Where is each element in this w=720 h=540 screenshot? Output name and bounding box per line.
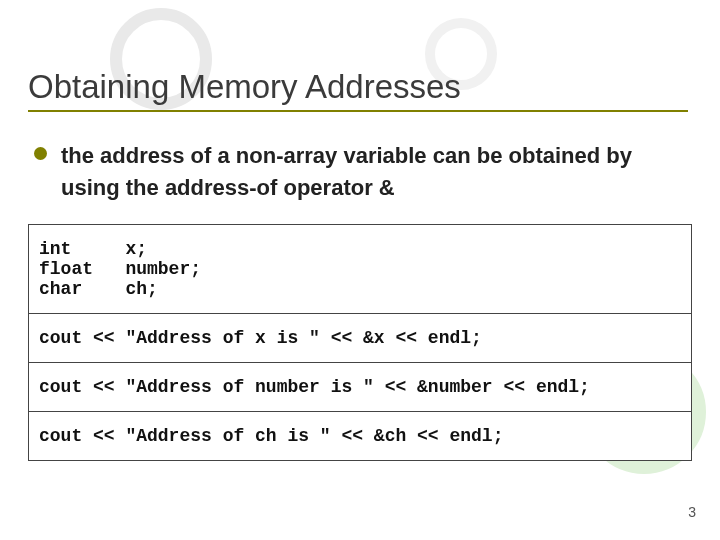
bullet-text: the address of a non-array variable can … — [61, 140, 664, 204]
bullet-dot-icon — [34, 147, 47, 160]
bullet-item: the address of a non-array variable can … — [34, 140, 664, 204]
title-underline — [28, 110, 688, 112]
slide-container: Obtaining Memory Addresses the address o… — [0, 0, 720, 540]
code-output-number: cout << "Address of number is " << &numb… — [29, 362, 691, 411]
code-output-ch: cout << "Address of ch is " << &ch << en… — [29, 411, 691, 460]
code-declarations: int x; float number; char ch; — [29, 225, 691, 313]
page-number: 3 — [688, 504, 696, 520]
code-box: int x; float number; char ch; cout << "A… — [28, 224, 692, 461]
code-output-x: cout << "Address of x is " << &x << endl… — [29, 313, 691, 362]
slide-title: Obtaining Memory Addresses — [28, 68, 692, 106]
